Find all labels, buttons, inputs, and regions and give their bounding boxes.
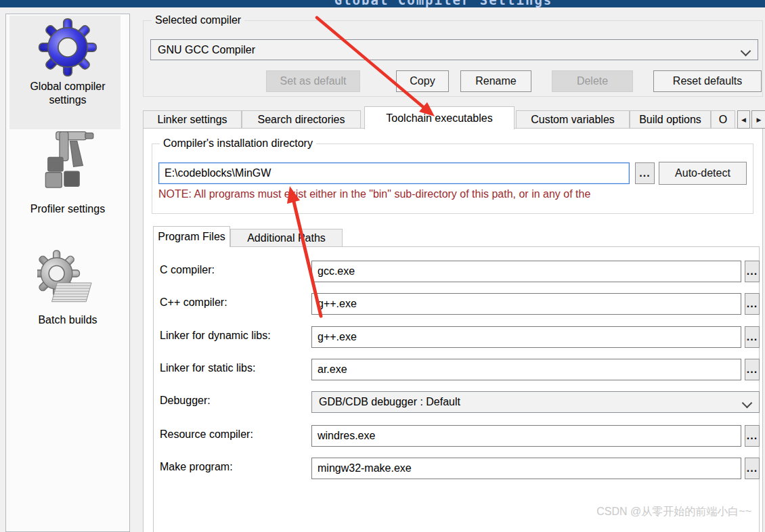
linker-static-input[interactable]: [311, 359, 741, 380]
c-compiler-browse-button[interactable]: ...: [745, 261, 760, 282]
compiler-select-combobox[interactable]: GNU GCC Compiler: [150, 39, 758, 60]
cpp-compiler-browse-button[interactable]: ...: [745, 293, 760, 315]
linker-dynamic-label: Linker for dynamic libs:: [160, 330, 271, 342]
selected-compiler-group-label: Selected compiler: [152, 14, 244, 26]
chevron-down-icon: [742, 398, 753, 409]
csdn-watermark: CSDN @从零开始的前端小白~~: [596, 505, 751, 519]
c-compiler-input[interactable]: [311, 261, 741, 282]
sidebar-item-profiler-settings[interactable]: Profiler settings: [7, 129, 128, 231]
program-files-panel: [153, 246, 760, 532]
tab-scroll-right-button[interactable]: ▶: [751, 110, 765, 129]
set-as-default-button[interactable]: Set as default: [266, 70, 360, 92]
global-compiler-settings-dialog: Global Compiler Settings: [0, 0, 765, 532]
compiler-select-value: GNU GCC Compiler: [158, 44, 255, 56]
reset-defaults-button[interactable]: Reset defaults: [653, 70, 762, 92]
tab-other-settings-cut[interactable]: O: [711, 110, 735, 129]
cpp-compiler-input[interactable]: [311, 293, 741, 315]
tab-scroll-left-button[interactable]: ◀: [737, 110, 750, 129]
c-compiler-label: C compiler:: [160, 264, 215, 276]
make-program-browse-button[interactable]: ...: [745, 458, 760, 479]
linker-static-browse-button[interactable]: ...: [745, 359, 760, 380]
debugger-value: GDB/CDB debugger : Default: [319, 396, 460, 408]
debugger-combobox[interactable]: GDB/CDB debugger : Default: [311, 391, 760, 413]
make-program-label: Make program:: [160, 461, 233, 473]
debugger-label: Debugger:: [160, 395, 211, 407]
blue-gear-icon: [38, 18, 97, 77]
resource-compiler-input[interactable]: [311, 425, 741, 447]
caliper-icon: [39, 129, 97, 197]
tab-build-options[interactable]: Build options: [630, 110, 711, 129]
resource-compiler-label: Resource compiler:: [160, 428, 253, 441]
tab-custom-variables[interactable]: Custom variables: [516, 110, 630, 129]
tab-toolchain-executables[interactable]: Toolchain executables: [364, 106, 515, 129]
tab-search-directories[interactable]: Search directories: [242, 110, 361, 129]
linker-dynamic-input[interactable]: [311, 326, 741, 348]
linker-dynamic-browse-button[interactable]: ...: [745, 326, 760, 348]
sidebar-item-batch-builds[interactable]: Batch builds: [7, 250, 128, 345]
dialog-title-bar: Global Compiler Settings: [0, 0, 765, 7]
installation-directory-browse-button[interactable]: ...: [635, 162, 655, 184]
subtab-additional-paths[interactable]: Additional Paths: [230, 229, 343, 247]
copy-button[interactable]: Copy: [396, 70, 449, 92]
cpp-compiler-label: C++ compiler:: [160, 296, 227, 309]
tab-linker-settings[interactable]: Linker settings: [143, 110, 242, 129]
rename-button[interactable]: Rename: [460, 70, 531, 92]
settings-category-list: Global compiler settings Profiler settin…: [5, 14, 130, 532]
sidebar-item-label: Global compiler settings: [17, 80, 118, 107]
dialog-title: Global Compiler Settings: [0, 0, 765, 7]
bin-subdirectory-note: NOTE: All programs must exist either in …: [158, 188, 590, 200]
sidebar-item-label: Batch builds: [14, 313, 122, 327]
resource-compiler-browse-button[interactable]: ...: [745, 425, 760, 447]
chevron-down-icon: [741, 46, 751, 57]
sidebar-item-global-compiler-settings[interactable]: Global compiler settings: [7, 16, 128, 130]
make-program-input[interactable]: [311, 458, 741, 479]
auto-detect-button[interactable]: Auto-detect: [659, 162, 747, 185]
delete-button[interactable]: Delete: [552, 70, 633, 92]
installation-directory-group-label: Compiler's installation directory: [160, 137, 316, 150]
sidebar-item-label: Profiler settings: [14, 202, 122, 216]
subtab-program-files[interactable]: Program Files: [153, 226, 230, 247]
gray-gear-stack-icon: [37, 250, 98, 309]
linker-static-label: Linker for static libs:: [160, 362, 255, 374]
installation-directory-input[interactable]: [158, 162, 630, 184]
